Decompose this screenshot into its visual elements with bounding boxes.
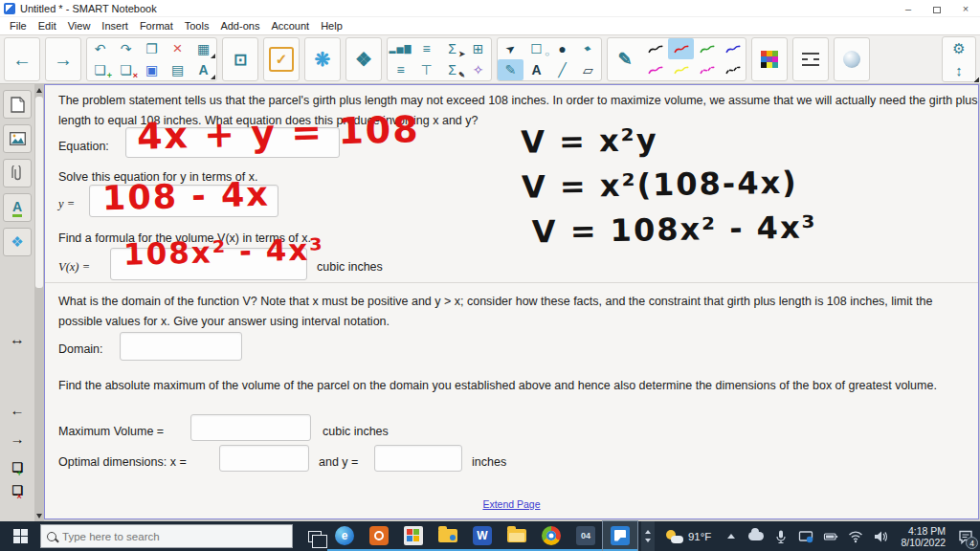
save-button[interactable]: ▣	[139, 59, 165, 80]
notification-center-button[interactable]: 4	[951, 521, 980, 551]
pen-black-dashed-button[interactable]	[720, 59, 746, 80]
scrollbar-thumb[interactable]	[35, 97, 43, 288]
extend-page-link[interactable]: Extend Page	[482, 498, 540, 510]
pencil-button[interactable]: ✎	[608, 37, 642, 81]
task-view-button[interactable]	[302, 521, 327, 551]
sidebar-previous-page-button[interactable]: ←	[11, 398, 25, 421]
plus-badge-icon: +	[107, 71, 112, 80]
tray-battery[interactable]	[818, 521, 843, 551]
toolbar-move-button[interactable]: ↕	[943, 59, 975, 81]
align-right-button[interactable]: ≡	[413, 38, 439, 59]
line-style-button[interactable]	[793, 37, 828, 81]
table-button[interactable]: ▦	[190, 38, 216, 59]
pen-green-button[interactable]	[694, 38, 720, 59]
response-check-button[interactable]: ✓	[269, 47, 294, 72]
tray-volume[interactable]	[868, 521, 893, 551]
ruler-button[interactable]: ⊤	[413, 59, 439, 80]
screen-shade-button[interactable]: ▤	[165, 59, 190, 80]
taskbar-edge[interactable]: e	[327, 521, 362, 551]
scroll-up-button[interactable]	[34, 84, 44, 96]
restore-button[interactable]	[923, 0, 951, 17]
panel-expand-button[interactable]: ↔	[10, 331, 25, 348]
scroll-down-button[interactable]	[34, 510, 44, 521]
menu-item-tools[interactable]: Tools	[179, 17, 215, 34]
sidebar-delete-page-button[interactable]: ❏×	[11, 478, 23, 501]
sigma-select-button[interactable]: Σ➤	[439, 38, 465, 59]
add-page-button[interactable]: ❏+	[87, 59, 113, 80]
taskbar-smart-notebook[interactable]	[603, 521, 637, 551]
taskbar-store[interactable]	[396, 521, 431, 551]
taskbar-clock[interactable]: 4:18 PM 8/10/2022	[901, 525, 946, 548]
pen-black-button[interactable]	[642, 38, 668, 59]
start-button[interactable]	[0, 521, 40, 551]
tray-wifi[interactable]	[843, 521, 868, 551]
undo-button[interactable]: ↶	[87, 38, 113, 59]
delete-button[interactable]: ×	[165, 38, 190, 59]
addons-tab[interactable]: ❖	[3, 228, 32, 256]
eraser-tool-button[interactable]: ▱	[575, 59, 601, 80]
properties-tab[interactable]: A	[3, 193, 32, 222]
taskbar-office[interactable]	[362, 521, 396, 551]
taskbar-scroll-control[interactable]	[641, 521, 655, 551]
taskbar-chrome[interactable]	[534, 521, 568, 551]
delete-page-button[interactable]: ❏×	[113, 59, 139, 80]
menu-item-format[interactable]: Format	[134, 17, 179, 34]
tray-onedrive[interactable]	[744, 521, 768, 551]
taskbar-word[interactable]: W	[465, 521, 500, 551]
tray-show-hidden-button[interactable]	[719, 521, 744, 551]
pen-magenta-dashed-button[interactable]	[694, 59, 720, 80]
previous-page-button[interactable]: ←	[5, 37, 39, 81]
tray-cast[interactable]	[793, 521, 818, 551]
menu-item-view[interactable]: View	[62, 17, 97, 34]
3d-tools-button[interactable]	[835, 37, 869, 81]
weather-widget[interactable]: 91°F	[666, 530, 711, 543]
color-palette-button[interactable]	[752, 37, 787, 81]
maximum-volume-input[interactable]	[190, 414, 311, 441]
pen-blue-button[interactable]	[720, 38, 746, 59]
regular-polygon-button[interactable]: ●	[549, 38, 575, 59]
taskbar-search[interactable]	[40, 524, 293, 548]
taskbar-app04[interactable]: 04	[568, 521, 603, 551]
close-button[interactable]: ×	[951, 0, 980, 17]
page-sorter-tab[interactable]	[3, 90, 32, 119]
domain-input[interactable]	[120, 332, 242, 361]
page-scrollbar[interactable]	[34, 84, 44, 521]
pen-magenta-button[interactable]	[642, 59, 668, 80]
shapes-tool-button[interactable]: ☐○	[523, 38, 549, 59]
screen-capture-button[interactable]: ⊡	[223, 37, 257, 81]
attachments-tab[interactable]	[3, 159, 32, 187]
kapp-button[interactable]: ❋	[305, 37, 340, 81]
optimal-x-input[interactable]	[219, 445, 309, 472]
pen-red-button[interactable]	[668, 38, 694, 59]
sidebar-next-page-button[interactable]: →	[11, 427, 25, 450]
menu-item-addons[interactable]: Add-ons	[214, 17, 265, 34]
menu-item-file[interactable]: File	[4, 17, 33, 34]
text-style-button[interactable]: A	[190, 59, 216, 80]
search-input[interactable]	[62, 531, 254, 542]
paste-button[interactable]: ❐	[139, 38, 165, 59]
gallery-tab[interactable]	[3, 124, 32, 153]
taskbar-shared-folder[interactable]	[431, 521, 465, 551]
concept-map-button[interactable]: ⊞	[465, 38, 491, 59]
chart-button[interactable]: ▂▅▇	[388, 38, 413, 59]
text-tool-button[interactable]: A	[523, 59, 549, 80]
taskbar-file-explorer[interactable]	[500, 521, 534, 551]
menu-item-insert[interactable]: Insert	[96, 17, 134, 34]
optimal-y-input[interactable]	[374, 445, 462, 472]
line-tool-button[interactable]: ╱	[549, 59, 575, 80]
next-page-button[interactable]: →	[46, 37, 80, 81]
pens-tool-button[interactable]: ✎	[498, 59, 523, 80]
tray-microphone[interactable]	[768, 521, 793, 551]
sigma-pen-button[interactable]: Σ✎	[439, 59, 465, 80]
menu-item-account[interactable]: Account	[265, 17, 315, 34]
minimize-button[interactable]: –	[894, 0, 923, 17]
sidebar-add-page-button[interactable]: ❏+	[11, 455, 23, 478]
pen-yellow-button[interactable]	[668, 59, 694, 80]
polygon-pen-button[interactable]: ✧	[465, 59, 491, 80]
menu-item-edit[interactable]: Edit	[33, 17, 62, 34]
align-left-button[interactable]: ≡	[388, 59, 413, 80]
menu-item-help[interactable]: Help	[315, 17, 348, 34]
shape-recognition-button[interactable]: ❖	[346, 37, 381, 81]
toolbar-settings-button[interactable]: ⚙	[943, 37, 975, 59]
redo-button[interactable]: ↷	[113, 38, 139, 59]
